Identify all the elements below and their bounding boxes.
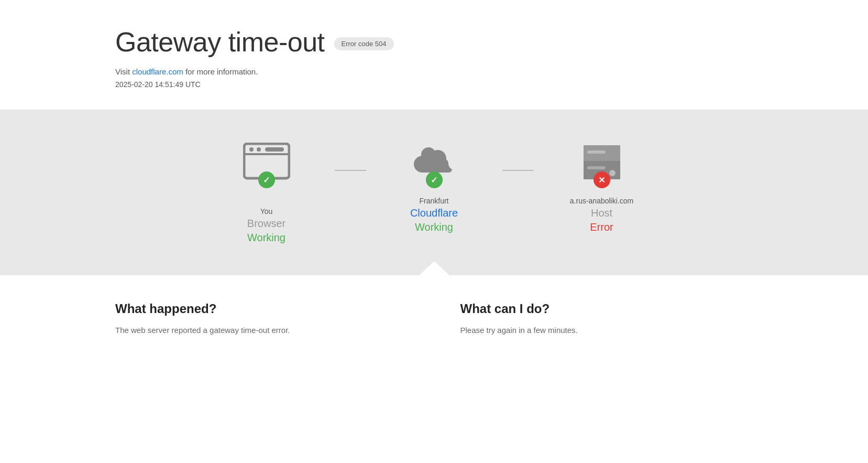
what-to-do-heading: What can I do? <box>460 302 753 316</box>
gray-section: You Browser Working Frankfurt Cloudflare… <box>0 110 868 275</box>
cloud-icon-wrapper <box>408 136 460 188</box>
browser-status-value: Working <box>247 232 285 244</box>
svg-rect-4 <box>265 147 284 152</box>
svg-rect-11 <box>587 166 606 169</box>
what-to-do-col: What can I do? Please try again in a few… <box>460 302 753 337</box>
visit-text-before: Visit <box>115 67 132 76</box>
connector-2 <box>502 170 534 171</box>
host-status-value: Error <box>590 221 613 233</box>
cloudflare-status-value: Working <box>415 221 453 233</box>
top-section: Gateway time-out Error code 504 Visit cl… <box>0 0 868 110</box>
visit-text-after: for more information. <box>183 67 258 76</box>
what-to-do-text: Please try again in a few minutes. <box>460 325 753 337</box>
status-item-cloudflare: Frankfurt Cloudflare Working <box>366 136 502 233</box>
bottom-section: What happened? The web server reported a… <box>0 275 868 368</box>
browser-you-label: You <box>260 207 273 216</box>
server-icon-wrapper <box>576 136 628 188</box>
svg-point-9 <box>609 170 616 176</box>
svg-point-3 <box>257 147 261 152</box>
connector-line-2 <box>502 170 534 171</box>
connector-line-1 <box>335 170 366 171</box>
title-row: Gateway time-out Error code 504 <box>115 26 753 58</box>
check-icon <box>263 175 270 185</box>
svg-point-2 <box>249 147 254 152</box>
browser-location <box>266 197 268 205</box>
visit-line: Visit cloudflare.com for more informatio… <box>115 67 753 76</box>
status-row: You Browser Working Frankfurt Cloudflare… <box>0 136 868 244</box>
svg-rect-10 <box>587 150 606 154</box>
timestamp: 2025-02-20 14:51:49 UTC <box>115 80 753 89</box>
cloudflare-service-name: Cloudflare <box>410 207 458 219</box>
status-item-host: a.rus-anaboliki.com Host Error <box>534 136 670 233</box>
page-title: Gateway time-out <box>115 26 325 58</box>
browser-service-name: Browser <box>247 218 285 230</box>
what-happened-heading: What happened? <box>115 302 408 316</box>
cloudflare-location: Frankfurt <box>419 197 448 205</box>
host-status-badge <box>594 171 610 188</box>
section-arrow <box>419 261 450 276</box>
browser-status-badge <box>258 171 275 188</box>
browser-icon-wrapper <box>240 136 293 188</box>
cloudflare-link[interactable]: cloudflare.com <box>132 67 183 76</box>
host-location: a.rus-anaboliki.com <box>570 197 633 205</box>
connector-1 <box>335 170 366 171</box>
what-happened-text: The web server reported a gateway time-o… <box>115 325 408 337</box>
x-icon <box>598 175 605 185</box>
host-service-name: Host <box>591 207 612 219</box>
cloudflare-status-badge <box>426 171 443 188</box>
error-code-badge: Error code 504 <box>334 37 394 50</box>
check-icon-2 <box>431 175 437 185</box>
what-happened-col: What happened? The web server reported a… <box>115 302 408 337</box>
status-item-browser: You Browser Working <box>199 136 335 244</box>
